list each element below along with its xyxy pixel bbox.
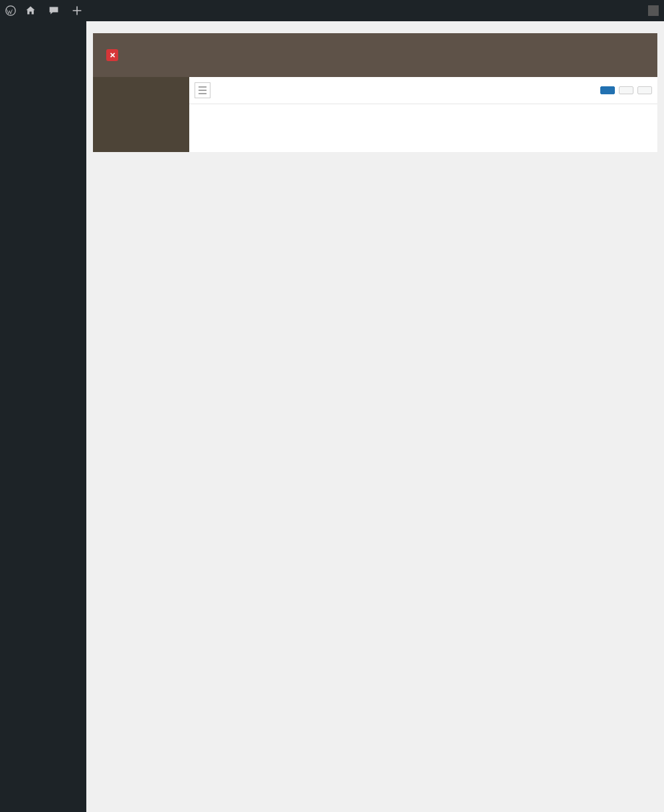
hamburger-icon[interactable] <box>195 82 210 98</box>
comments-link[interactable] <box>48 5 62 16</box>
avatar[interactable] <box>648 5 659 16</box>
settings-sidemenu <box>93 77 189 152</box>
reset-section-button[interactable] <box>619 86 633 94</box>
admin-menu <box>0 21 86 812</box>
new-link[interactable] <box>72 5 86 16</box>
site-link[interactable] <box>25 5 39 16</box>
close-icon: ✕ <box>106 49 118 61</box>
reset-all-button[interactable] <box>637 86 652 94</box>
admin-bar <box>0 0 664 21</box>
page-header: ✕ <box>93 33 657 77</box>
wp-logo[interactable] <box>5 5 16 16</box>
save-button[interactable] <box>600 86 615 94</box>
